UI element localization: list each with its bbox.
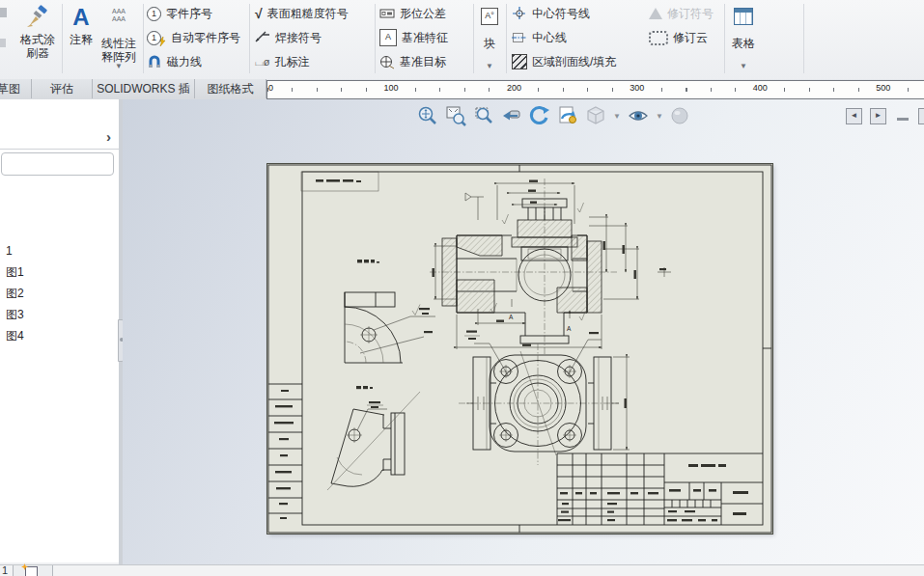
tables-icon — [728, 4, 759, 37]
surface-finish-button[interactable]: √ 表面粗糙度符号 — [255, 2, 349, 25]
panel-filter-box[interactable] — [1, 152, 114, 176]
weld-symbol-button[interactable]: 焊接符号 — [255, 26, 322, 49]
feature-tree-item[interactable]: 图4 — [0, 325, 119, 346]
drawing-view-section[interactable]: A A — [430, 178, 671, 354]
collapse-pane-left-button[interactable]: ◄ — [846, 108, 862, 124]
clipped-pane-button[interactable] — [918, 108, 924, 124]
hide-show-items-icon[interactable] — [628, 105, 649, 126]
ruler-number: 500 — [874, 83, 892, 93]
surface-finish-label: 表面粗糙度符号 — [267, 6, 349, 22]
balloon-button[interactable]: 1 零件序号 — [147, 2, 212, 25]
revision-symbol-label: 修订符号 — [667, 6, 714, 22]
ribbon-annotation-toolbar: 格式涂刷器 A 注释 AAA AAA 线性注释阵列 ▼ 1 零件序号 1 自动零… — [0, 0, 924, 80]
linear-note-pattern-icon: AAA AAA — [97, 8, 141, 37]
center-mark-button[interactable]: 中心符号线 — [512, 2, 590, 25]
centerline-label: 中心线 — [532, 30, 567, 46]
drawing-view-partial-top[interactable] — [345, 260, 435, 363]
magnetic-line-label: 磁力线 — [167, 54, 202, 70]
block-caret[interactable]: ▼ — [486, 62, 493, 70]
ruler-number: 200 — [505, 83, 523, 93]
group-divider — [62, 4, 63, 73]
centerline-button[interactable]: 中心线 — [512, 26, 567, 49]
revision-cloud-icon — [649, 31, 668, 45]
drawing-sheet[interactable]: .ln{stroke:#23231f;stroke-width:.9;fill:… — [267, 164, 772, 534]
center-mark-icon — [512, 6, 527, 21]
ruler-number: 400 — [751, 83, 770, 93]
tab-evaluate[interactable]: 评估 — [32, 79, 93, 98]
revision-symbol-button[interactable]: 修订符号 — [649, 2, 714, 25]
feature-tree: 1图1图2图3图4 — [0, 240, 119, 346]
magnetic-line-icon — [147, 54, 162, 69]
ruler-ticks — [267, 88, 924, 92]
area-hatch-icon — [512, 54, 527, 69]
collapse-pane-right-button[interactable]: ► — [870, 108, 886, 124]
display-style-icon[interactable] — [585, 105, 606, 126]
tab-solidworks-addins[interactable]: SOLIDWORKS 插件 — [93, 79, 195, 98]
previous-view-icon[interactable] — [501, 105, 522, 126]
group-divider — [724, 4, 725, 73]
section-label-a2: A — [567, 325, 572, 332]
linear-note-pattern-caret[interactable]: ▼ — [115, 62, 123, 70]
group-divider — [803, 4, 804, 73]
feature-manager-panel: › 1图1图2图3图4 — [0, 99, 120, 562]
sheet-tab-bar: 1 — [0, 564, 924, 576]
group-divider — [473, 4, 474, 73]
auto-balloon-icon: 1 — [147, 31, 161, 45]
panel-divider — [0, 149, 119, 150]
3d-drawing-view-icon[interactable] — [557, 105, 578, 126]
tab-sheet-format[interactable]: 图纸格式 — [195, 79, 266, 98]
clipped-ribbon-button[interactable] — [0, 2, 12, 75]
block-icon: A° — [476, 4, 503, 37]
datum-feature-button[interactable]: A 基准特征 — [379, 26, 448, 49]
tables-label: 表格 — [732, 37, 755, 50]
datum-target-button[interactable]: 基准目标 — [379, 50, 446, 73]
revision-symbol-icon — [649, 8, 662, 19]
ruler-number: 100 — [381, 83, 400, 93]
note-button[interactable]: A 注释 — [65, 2, 98, 75]
magnetic-line-button[interactable]: 磁力线 — [147, 50, 202, 73]
ruler-number: 300 — [628, 83, 646, 93]
group-divider — [249, 4, 250, 73]
apply-scene-icon[interactable] — [670, 106, 689, 125]
add-sheet-cell[interactable] — [13, 565, 53, 576]
zoom-to-area-icon[interactable] — [445, 105, 466, 126]
feature-tree-item[interactable]: 图3 — [0, 304, 119, 325]
gtol-button[interactable]: 形位公差 — [379, 2, 446, 25]
feature-tree-item[interactable]: 图2 — [0, 283, 119, 304]
tables-caret[interactable]: ▼ — [740, 62, 747, 70]
datum-feature-icon: A — [379, 29, 397, 46]
zoom-to-selection-icon[interactable] — [473, 105, 494, 126]
tab-sketch[interactable]: 草图 — [0, 79, 32, 98]
drawing-view-front[interactable] — [459, 331, 630, 466]
sheet-tab[interactable]: 1 — [2, 564, 8, 576]
area-hatch-button[interactable]: 区域剖面线/填充 — [512, 50, 616, 73]
surface-finish-icon: √ — [255, 6, 263, 21]
feature-tree-item[interactable]: 图1 — [0, 261, 119, 283]
balloon-icon: 1 — [147, 7, 161, 21]
centerline-icon — [512, 30, 527, 45]
add-sheet-icon[interactable] — [25, 566, 38, 576]
rotate-view-icon[interactable] — [529, 105, 550, 126]
area-hatch-label: 区域剖面线/填充 — [532, 54, 616, 70]
feature-tree-item[interactable]: 1 — [0, 240, 119, 261]
note-icon: A — [65, 4, 98, 33]
hide-show-items-caret[interactable]: ▼ — [656, 112, 663, 121]
auto-balloon-button[interactable]: 1 自动零件序号 — [147, 26, 240, 49]
format-painter-button[interactable]: 格式涂刷器 — [15, 2, 60, 75]
minimize-dash-icon[interactable] — [897, 118, 909, 121]
group-divider — [143, 4, 144, 73]
display-style-caret[interactable]: ▼ — [613, 112, 621, 121]
auto-balloon-label: 自动零件序号 — [171, 30, 240, 46]
hole-callout-button[interactable]: ⌴ø 孔标注 — [255, 50, 310, 73]
balloon-label: 零件序号 — [166, 6, 212, 22]
hole-callout-label: 孔标注 — [275, 54, 310, 70]
zoom-to-fit-icon[interactable] — [417, 105, 438, 126]
revision-cloud-button[interactable]: 修订云 — [649, 26, 708, 49]
expand-panel-chevron-icon[interactable]: › — [106, 128, 111, 145]
title-block[interactable] — [557, 453, 763, 525]
drawing-view-partial-bottom[interactable] — [327, 386, 420, 490]
solidworks-window: 格式涂刷器 A 注释 AAA AAA 线性注释阵列 ▼ 1 零件序号 1 自动零… — [0, 0, 924, 576]
gtol-icon — [379, 6, 395, 21]
format-painter-label: 格式涂刷器 — [20, 33, 55, 60]
linear-note-pattern-label: 线性注释阵列 — [101, 37, 136, 64]
